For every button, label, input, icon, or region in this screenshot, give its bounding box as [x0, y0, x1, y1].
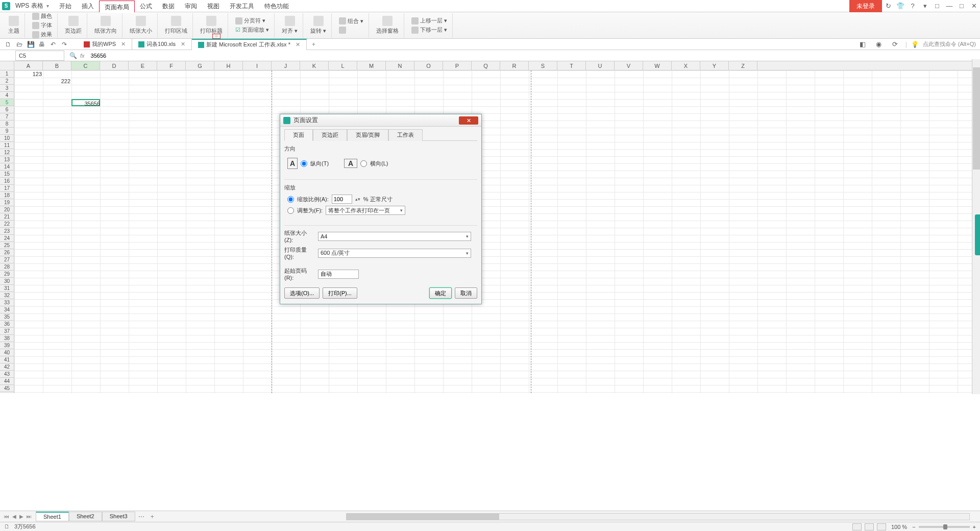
dialog-tab-1[interactable]: 页边距 [313, 129, 347, 141]
row-header-32[interactable]: 32 [0, 292, 14, 299]
menu-tab-8[interactable]: 特色功能 [259, 0, 294, 12]
row-header-24[interactable]: 24 [0, 235, 14, 242]
sheet-nav-prev-icon[interactable]: ◀ [11, 514, 17, 519]
row-header-44[interactable]: 44 [0, 378, 14, 385]
fx-search-icon[interactable]: 🔍 [69, 52, 77, 59]
titlebar-icon-5[interactable]: — [943, 0, 955, 12]
cell-A1[interactable]: 123 [14, 70, 43, 78]
selection-pane-button[interactable]: 选择窗格 [374, 15, 401, 36]
col-header-E[interactable]: E [129, 61, 157, 70]
row-header-31[interactable]: 31 [0, 285, 14, 292]
sheet-tab-1[interactable]: Sheet2 [69, 512, 102, 521]
theme-button[interactable]: 主题 [6, 15, 21, 36]
row-header-37[interactable]: 37 [0, 328, 14, 335]
col-header-K[interactable]: K [300, 61, 329, 70]
sheet-tab-0[interactable]: Sheet1 [36, 512, 69, 521]
col-header-X[interactable]: X [672, 61, 700, 70]
scale-ratio-radio[interactable] [287, 196, 294, 203]
sheet-menu-icon[interactable]: ⋯ [135, 513, 148, 520]
col-header-H[interactable]: H [214, 61, 243, 70]
sheet-tab-2[interactable]: Sheet3 [102, 512, 135, 521]
formula-input[interactable] [88, 51, 980, 61]
doc-close-icon[interactable]: ✕ [292, 41, 300, 48]
row-header-27[interactable]: 27 [0, 256, 14, 263]
row-header-13[interactable]: 13 [0, 156, 14, 163]
row-header-15[interactable]: 15 [0, 171, 14, 178]
print-area-button[interactable]: 打印区域 [163, 15, 189, 36]
cancel-button[interactable]: 取消 [455, 287, 477, 299]
row-header-21[interactable]: 21 [0, 213, 14, 221]
titlebar-icon-1[interactable]: 👕 [894, 0, 906, 12]
row-header-23[interactable]: 23 [0, 228, 14, 235]
row-header-22[interactable]: 22 [0, 221, 14, 228]
dialog-launcher-icon[interactable]: ○ [212, 34, 220, 39]
doc-tab-2[interactable]: 新建 Microsoft Excel 工作表.xlsx *✕ [192, 39, 307, 50]
orientation-button[interactable]: 纸张方向 [92, 15, 119, 36]
row-header-11[interactable]: 11 [0, 142, 14, 149]
cell-B2[interactable]: 222 [43, 78, 71, 85]
qat-icon-4[interactable]: ↶ [49, 40, 57, 49]
row-header-18[interactable]: 18 [0, 192, 14, 199]
titlebar-icon-2[interactable]: ? [906, 0, 919, 12]
menu-tab-0[interactable]: 开始 [54, 0, 77, 12]
titlebar-icon-6[interactable]: □ [955, 0, 968, 12]
row-header-36[interactable]: 36 [0, 321, 14, 328]
row-header-28[interactable]: 28 [0, 263, 14, 271]
doc-tab-0[interactable]: 我的WPS✕ [78, 39, 132, 50]
row-header-38[interactable]: 38 [0, 335, 14, 342]
menu-tab-4[interactable]: 数据 [157, 0, 180, 12]
col-header-R[interactable]: R [500, 61, 529, 70]
app-menu-dropdown-icon[interactable]: ▾ [46, 3, 54, 9]
font-button[interactable]: 字体 [30, 21, 54, 30]
col-header-I[interactable]: I [243, 61, 272, 70]
qat-icon-5[interactable]: ↷ [60, 40, 68, 49]
cells-canvas[interactable]: 123 222 35656 [14, 70, 980, 393]
menu-tab-7[interactable]: 开发工具 [225, 0, 259, 12]
sheet-nav-first-icon[interactable]: ⏮ [3, 514, 10, 519]
row-header-5[interactable]: 5 [0, 99, 14, 106]
col-header-J[interactable]: J [272, 61, 300, 70]
zoom-in-button[interactable]: + [973, 524, 976, 530]
col-header-M[interactable]: M [357, 61, 386, 70]
titlebar-icon-4[interactable]: □ [931, 0, 943, 12]
color-button[interactable]: 颜色 [30, 12, 54, 20]
col-header-C[interactable]: C [71, 61, 100, 70]
row-header-45[interactable]: 45 [0, 385, 14, 392]
row-header-9[interactable]: 9 [0, 128, 14, 135]
qat-icon-2[interactable]: 💾 [27, 40, 35, 49]
col-header-T[interactable]: T [557, 61, 586, 70]
menu-tab-6[interactable]: 视图 [202, 0, 225, 12]
fit-to-combo[interactable]: 将整个工作表打印在一页 [326, 206, 405, 215]
row-header-17[interactable]: 17 [0, 185, 14, 192]
find-command-label[interactable]: 点此查找命令 (Alt+Q) [923, 40, 976, 48]
col-header-P[interactable]: P [443, 61, 472, 70]
row-header-30[interactable]: 30 [0, 278, 14, 285]
qat-icon-1[interactable]: 🗁 [15, 40, 23, 49]
col-header-S[interactable]: S [529, 61, 557, 70]
view-normal-button[interactable] [852, 523, 862, 530]
view-page-break-button[interactable] [877, 523, 886, 530]
sync-icon[interactable]: ⟳ [889, 38, 901, 51]
col-header-Z[interactable]: Z [729, 61, 757, 70]
row-header-20[interactable]: 20 [0, 206, 14, 213]
row-header-14[interactable]: 14 [0, 163, 14, 171]
col-header-O[interactable]: O [414, 61, 443, 70]
cell-C5[interactable]: 35656 [72, 100, 101, 107]
options-button[interactable]: 选项(O)... [284, 287, 320, 299]
portrait-radio[interactable] [301, 160, 307, 167]
row-header-10[interactable]: 10 [0, 135, 14, 142]
ungroup-button[interactable] [337, 26, 365, 34]
menu-tab-2[interactable]: 页面布局 [99, 1, 135, 13]
landscape-radio[interactable] [360, 160, 367, 167]
titlebar-icon-3[interactable]: ▾ [919, 0, 931, 12]
ok-button[interactable]: 确定 [429, 287, 452, 299]
print-quality-combo[interactable]: 600 点/英寸 [318, 249, 471, 258]
row-header-29[interactable]: 29 [0, 271, 14, 278]
dialog-tab-2[interactable]: 页眉/页脚 [347, 129, 388, 141]
col-header-N[interactable]: N [386, 61, 414, 70]
dialog-titlebar[interactable]: 页面设置 ✕ [280, 114, 481, 127]
col-header-B[interactable]: B [43, 61, 71, 70]
col-header-Y[interactable]: Y [700, 61, 729, 70]
row-header-12[interactable]: 12 [0, 149, 14, 156]
margins-button[interactable]: 页边距 [63, 15, 84, 36]
